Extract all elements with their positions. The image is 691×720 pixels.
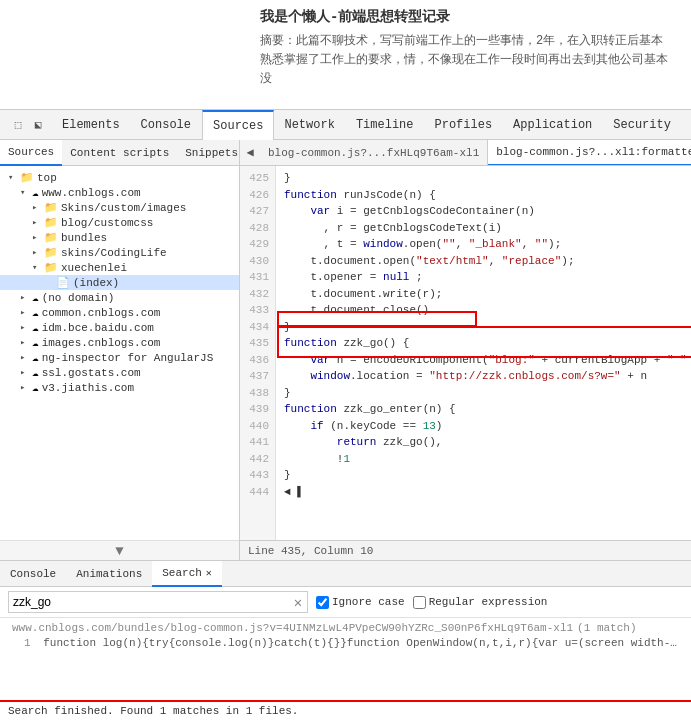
bottom-tabs-list: ConsoleAnimationsSearch✕: [0, 561, 222, 586]
file-tab[interactable]: blog-common.js?...fxHLq9T6am-xl1: [260, 140, 488, 165]
search-match-count: (1 match): [577, 622, 636, 634]
ignore-case-checkbox[interactable]: [316, 596, 329, 609]
status-bar: Search finished. Found 1 matches in 1 fi…: [0, 700, 691, 720]
line-number: 441: [244, 434, 269, 451]
scroll-down-arrow[interactable]: ▼: [115, 543, 123, 559]
tree-item[interactable]: ▾📁top: [0, 170, 239, 185]
file-tree[interactable]: ▾📁top▾☁www.cnblogs.com▸📁Skins/custom/ima…: [0, 166, 239, 540]
blog-title: 我是个懒人-前端思想转型记录: [260, 8, 675, 26]
tree-item[interactable]: ▸☁common.cnblogs.com: [0, 305, 239, 320]
tree-item-label: www.cnblogs.com: [42, 187, 141, 199]
line-number: 434: [244, 319, 269, 336]
code-line: window.location = "http://zzk.cnblogs.co…: [284, 368, 687, 385]
search-results[interactable]: www.cnblogs.com/bundles/blog-common.js?v…: [0, 618, 691, 700]
tree-item[interactable]: ▸📁Skins/custom/images: [0, 200, 239, 215]
main-tab-application[interactable]: Application: [503, 110, 603, 140]
content-area: SourcesContent scriptsSnippets ⋮ ▾📁top▾☁…: [0, 140, 691, 560]
main-tab-sources[interactable]: Sources: [202, 110, 274, 140]
main-tab-network[interactable]: Network: [274, 110, 345, 140]
folder-icon: 📁: [44, 231, 58, 244]
code-line: t.document.write(r);: [284, 286, 687, 303]
tree-item[interactable]: ▸☁idm.bce.baidu.com: [0, 320, 239, 335]
line-number: 430: [244, 253, 269, 270]
line-number: 427: [244, 203, 269, 220]
main-tab-audits[interactable]: Audits: [682, 110, 691, 140]
tree-item[interactable]: ▸☁images.cnblogs.com: [0, 335, 239, 350]
code-line: if (n.keyCode == 13): [284, 418, 687, 435]
device-icon[interactable]: ⬕: [30, 117, 46, 133]
search-input[interactable]: [9, 595, 289, 609]
code-line: !1: [284, 451, 687, 468]
main-tabs-list: ElementsConsoleSourcesNetworkTimelinePro…: [52, 110, 691, 139]
file-icon: 📄: [56, 276, 70, 289]
search-file-name: www.cnblogs.com/bundles/blog-common.js?v…: [12, 622, 573, 634]
bottom-tab-console[interactable]: Console: [0, 561, 66, 587]
file-tab-label: blog-common.js?...fxHLq9T6am-xl1: [268, 147, 479, 159]
main-tab-profiles[interactable]: Profiles: [424, 110, 503, 140]
line-number: 436: [244, 352, 269, 369]
folder-icon: 📁: [44, 216, 58, 229]
tree-item[interactable]: ▸☁v3.jiathis.com: [0, 380, 239, 395]
sub-tabs-list: SourcesContent scriptsSnippets: [0, 140, 246, 165]
tree-item[interactable]: ▾☁www.cnblogs.com: [0, 185, 239, 200]
sub-tab-content-scripts[interactable]: Content scripts: [62, 140, 177, 166]
code-line: }: [284, 385, 687, 402]
regex-option[interactable]: Regular expression: [413, 596, 548, 609]
line-numbers: 4254264274284294304314324334344354364374…: [240, 166, 276, 540]
main-tab-timeline[interactable]: Timeline: [346, 110, 425, 140]
file-tab-label: blog-common.js?...xl1:formatted: [496, 146, 691, 158]
tree-item-label: common.cnblogs.com: [42, 307, 161, 319]
code-line: }: [284, 170, 687, 187]
tree-item[interactable]: ▾📁xuechenlei: [0, 260, 239, 275]
code-container: 4254264274284294304314324334344354364374…: [240, 166, 691, 540]
line-number: 431: [244, 269, 269, 286]
code-position: Line 435, Column 10: [248, 545, 373, 557]
search-match-row[interactable]: 1 function log(n){try{console.log(n)}cat…: [0, 636, 691, 650]
sub-tab-snippets[interactable]: Snippets: [177, 140, 246, 166]
folder-icon: 📁: [44, 246, 58, 259]
regex-checkbox[interactable]: [413, 596, 426, 609]
tree-item[interactable]: ▸📁bundles: [0, 230, 239, 245]
ignore-case-option[interactable]: Ignore case: [316, 596, 405, 609]
tree-item[interactable]: ▸☁ng-inspector for AngularJS: [0, 350, 239, 365]
tree-item[interactable]: ▸☁ssl.gostats.com: [0, 365, 239, 380]
line-number: 426: [244, 187, 269, 204]
bottom-tab-search[interactable]: Search✕: [152, 561, 222, 587]
tree-item-label: blog/customcss: [61, 217, 153, 229]
main-tab-console[interactable]: Console: [131, 110, 202, 140]
code-area[interactable]: 4254264274284294304314324334344354364374…: [240, 166, 691, 540]
folder-icon: ☁: [32, 321, 39, 334]
sub-tab-sources[interactable]: Sources: [0, 140, 62, 166]
code-line: var n = encodeURIComponent("blog:" + cur…: [284, 352, 687, 369]
tree-item-label: Skins/custom/images: [61, 202, 186, 214]
code-line: t.document.open("text/html", "replace");: [284, 253, 687, 270]
bottom-tab-animations[interactable]: Animations: [66, 561, 152, 587]
search-match-text: function log(n){try{console.log(n)}catch…: [43, 637, 690, 649]
tree-item[interactable]: 📄(index): [0, 275, 239, 290]
main-tab-bar: ⬚ ⬕ ElementsConsoleSourcesNetworkTimelin…: [0, 110, 691, 140]
line-number: 442: [244, 451, 269, 468]
tree-item-label: v3.jiathis.com: [42, 382, 134, 394]
bottom-tab-close[interactable]: ✕: [206, 567, 212, 579]
tree-item[interactable]: ▸☁(no domain): [0, 290, 239, 305]
ignore-case-label: Ignore case: [332, 596, 405, 608]
code-line: t.document.close(): [284, 302, 687, 319]
main-tab-security[interactable]: Security: [603, 110, 682, 140]
search-file-row[interactable]: www.cnblogs.com/bundles/blog-common.js?v…: [0, 620, 691, 636]
line-number: 429: [244, 236, 269, 253]
inspect-icon[interactable]: ⬚: [10, 117, 26, 133]
code-line: }: [284, 467, 687, 484]
tree-item-label: bundles: [61, 232, 107, 244]
line-number: 435: [244, 335, 269, 352]
file-tab-prev[interactable]: ◀: [240, 145, 260, 160]
search-area: ✕ Ignore case Regular expression: [0, 587, 691, 618]
search-clear-button[interactable]: ✕: [289, 593, 307, 611]
main-tab-elements[interactable]: Elements: [52, 110, 131, 140]
file-tab[interactable]: blog-common.js?...xl1:formatted✕: [488, 140, 691, 165]
tree-item[interactable]: ▸📁blog/customcss: [0, 215, 239, 230]
code-line: }: [284, 319, 687, 336]
tree-item[interactable]: ▸📁skins/CodingLife: [0, 245, 239, 260]
folder-icon: ☁: [32, 381, 39, 394]
code-line: , r = getCnblogsCodeText(i): [284, 220, 687, 237]
regex-label: Regular expression: [429, 596, 548, 608]
